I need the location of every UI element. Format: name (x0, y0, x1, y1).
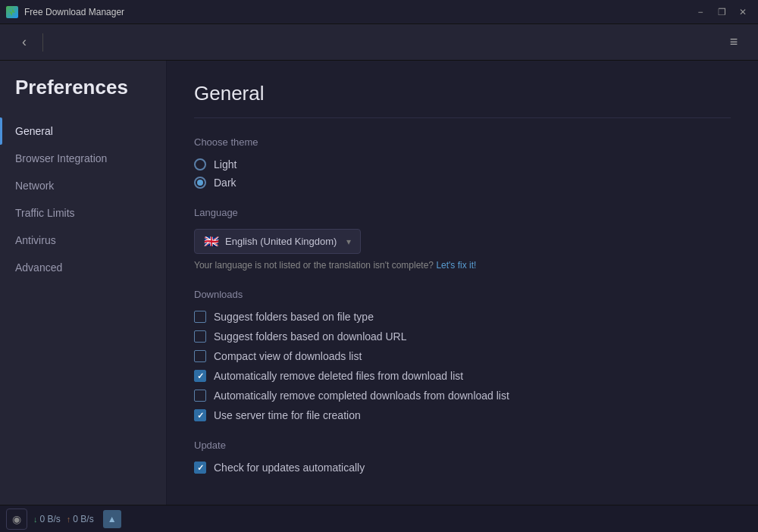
language-section: Language 🇬🇧 English (United Kingdom) ▾ Y… (194, 207, 731, 271)
update-section-title: Update (194, 440, 731, 451)
checkbox-suggest-by-url-label: Suggest folders based on download URL (214, 330, 407, 343)
expand-icon: ▲ (108, 514, 117, 524)
up-arrow-icon: ↑ (67, 515, 71, 524)
upload-speed-value: 0 B/s (73, 514, 93, 524)
downloads-section: Downloads Suggest folders based on file … (194, 289, 731, 421)
checkbox-compact-view[interactable]: Compact view of downloads list (194, 350, 731, 362)
checkbox-suggest-by-url[interactable]: Suggest folders based on download URL (194, 330, 731, 343)
app-title: Free Download Manager (24, 7, 124, 17)
checkbox-suggest-by-type[interactable]: Suggest folders based on file type (194, 311, 731, 323)
sidebar-item-browser-integration[interactable]: Browser Integration (0, 145, 166, 172)
sidebar-item-general[interactable]: General (0, 117, 166, 145)
sidebar-item-advanced[interactable]: Advanced (0, 254, 166, 281)
language-hint-link[interactable]: Let's fix it! (436, 260, 476, 271)
language-selected: English (United Kingdom) (225, 236, 340, 247)
sidebar-item-label: Antivirus (15, 234, 56, 246)
checkbox-suggest-by-url-box[interactable] (194, 330, 206, 343)
language-flag: 🇬🇧 (204, 234, 219, 249)
titlebar: Free Download Manager − ❐ ✕ (0, 0, 758, 24)
checkbox-compact-view-box[interactable] (194, 350, 206, 362)
sidebar-item-label: Traffic Limits (15, 207, 75, 219)
checkbox-server-time-box[interactable] (194, 409, 206, 421)
checkbox-auto-remove-completed-box[interactable] (194, 390, 206, 402)
theme-section-title: Choose theme (194, 136, 731, 148)
checkbox-compact-view-label: Compact view of downloads list (214, 350, 362, 362)
sidebar-item-label: Advanced (15, 261, 62, 274)
checkbox-server-time[interactable]: Use server time for file creation (194, 409, 731, 421)
checkbox-suggest-by-type-box[interactable] (194, 311, 206, 323)
checkbox-auto-update-box[interactable] (194, 462, 206, 474)
update-section: Update Check for updates automatically (194, 440, 731, 474)
toolbar-divider (42, 33, 43, 52)
checkbox-auto-remove-deleted-label: Automatically remove deleted files from … (214, 370, 463, 382)
theme-dark-radio[interactable] (194, 177, 206, 189)
content-area: General Choose theme Light Dark Language… (167, 61, 758, 505)
upload-speed: ↑ 0 B/s (67, 514, 94, 524)
speedometer-icon: ◉ (12, 513, 21, 525)
theme-dark-option[interactable]: Dark (194, 177, 731, 189)
sidebar-item-label: Network (15, 180, 54, 192)
sidebar-title: Preferences (0, 76, 166, 117)
theme-dark-label: Dark (214, 177, 236, 189)
checkbox-server-time-label: Use server time for file creation (214, 409, 361, 421)
menu-button[interactable]: ≡ (722, 30, 746, 55)
close-button[interactable]: ✕ (734, 4, 752, 20)
checkbox-auto-update-label: Check for updates automatically (214, 462, 365, 474)
sidebar-item-traffic-limits[interactable]: Traffic Limits (0, 199, 166, 227)
speedometer-button[interactable]: ◉ (6, 509, 27, 530)
page-title: General (194, 82, 731, 118)
download-speed-value: 0 B/s (40, 514, 61, 524)
language-dropdown[interactable]: 🇬🇧 English (United Kingdom) ▾ (194, 229, 361, 254)
theme-light-radio[interactable] (194, 158, 206, 171)
language-hint: Your language is not listed or the trans… (194, 260, 731, 271)
language-hint-text: Your language is not listed or the trans… (194, 260, 434, 271)
checkbox-auto-update[interactable]: Check for updates automatically (194, 462, 731, 474)
sidebar-item-network[interactable]: Network (0, 172, 166, 199)
titlebar-left: Free Download Manager (6, 6, 124, 18)
sidebar-item-label: General (15, 125, 53, 137)
checkbox-auto-remove-completed[interactable]: Automatically remove completed downloads… (194, 390, 731, 402)
statusbar: ◉ ↓ 0 B/s ↑ 0 B/s ▲ (0, 505, 758, 532)
back-button[interactable]: ‹ (12, 30, 36, 55)
checkbox-auto-remove-completed-label: Automatically remove completed downloads… (214, 390, 509, 402)
minimize-button[interactable]: − (691, 4, 709, 20)
sidebar-item-label: Browser Integration (15, 152, 107, 164)
checkbox-auto-remove-deleted[interactable]: Automatically remove deleted files from … (194, 370, 731, 382)
theme-light-option[interactable]: Light (194, 158, 731, 171)
app-icon (6, 6, 18, 18)
theme-light-label: Light (214, 158, 236, 171)
down-arrow-icon: ↓ (33, 515, 38, 524)
language-section-title: Language (194, 207, 731, 218)
downloads-section-title: Downloads (194, 289, 731, 300)
sidebar: Preferences General Browser Integration … (0, 61, 167, 505)
download-speed: ↓ 0 B/s (33, 514, 61, 524)
checkbox-suggest-by-type-label: Suggest folders based on file type (214, 311, 374, 323)
theme-radio-group: Light Dark (194, 158, 731, 189)
restore-button[interactable]: ❐ (713, 4, 731, 20)
titlebar-controls: − ❐ ✕ (691, 4, 752, 20)
sidebar-item-antivirus[interactable]: Antivirus (0, 227, 166, 254)
expand-button[interactable]: ▲ (103, 510, 121, 528)
main-layout: Preferences General Browser Integration … (0, 61, 758, 505)
checkbox-auto-remove-deleted-box[interactable] (194, 370, 206, 382)
chevron-down-icon: ▾ (346, 236, 351, 247)
toolbar: ‹ ≡ (0, 24, 758, 61)
